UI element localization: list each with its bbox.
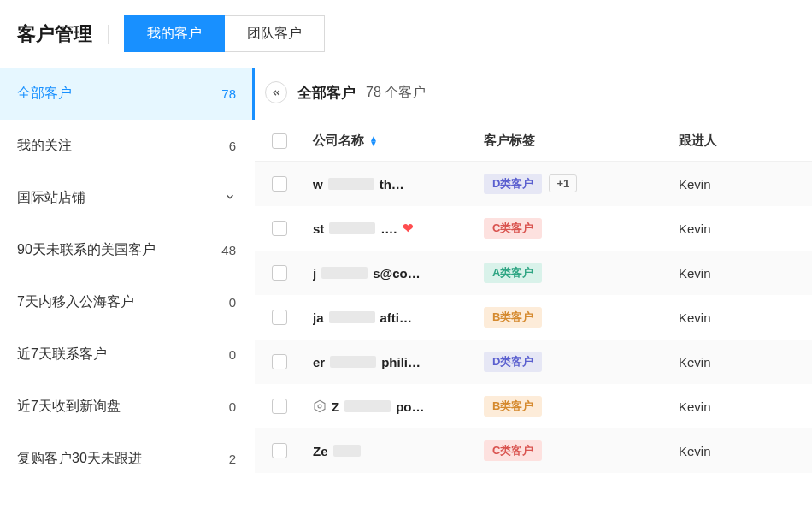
sidebar-item-count: 78	[221, 86, 236, 101]
row-checkbox[interactable]	[272, 221, 287, 236]
redacted-text	[344, 400, 391, 412]
content-count: 78 个客户	[366, 84, 426, 102]
sidebar-item-us-90d[interactable]: 90天未联系的美国客户 48	[0, 224, 255, 276]
row-checkbox[interactable]	[272, 354, 287, 369]
redacted-text	[328, 178, 374, 190]
svg-point-1	[318, 405, 321, 408]
sidebar-item-label: 我的关注	[17, 137, 72, 155]
redacted-text	[329, 222, 375, 234]
tag-cell: D类客户+1	[484, 174, 679, 194]
content-header: 全部客户 78 个客户	[255, 71, 812, 121]
column-header-tag[interactable]: 客户标签	[484, 133, 679, 149]
company-name-cell[interactable]: st….❤	[313, 221, 484, 236]
company-name-cell[interactable]: jaafti…	[313, 310, 484, 325]
customer-tag-badge[interactable]: B类客户	[484, 307, 542, 328]
sidebar-item-contacted-7d[interactable]: 近7天联系客户 0	[0, 328, 255, 381]
redacted-text	[330, 356, 376, 368]
row-checkbox[interactable]	[272, 443, 287, 458]
customer-tag-badge[interactable]: C类客户	[484, 218, 542, 239]
page-title: 客户管理	[17, 21, 92, 47]
sidebar-item-label: 国际站店铺	[17, 189, 85, 207]
chevron-down-icon	[224, 191, 236, 206]
follow-cell: Kevin	[679, 444, 795, 458]
row-checkbox[interactable]	[272, 265, 287, 281]
sidebar: 全部客户 78 我的关注 6 国际站店铺 90天未联系的美国客户 48 7天内移…	[0, 68, 255, 485]
sidebar-item-count: 6	[229, 139, 236, 153]
table-row[interactable]: Zpo…B类客户Kevin	[255, 384, 812, 428]
tag-cell: D类客户	[484, 352, 679, 372]
customer-tag-badge[interactable]: D类客户	[484, 174, 542, 194]
sidebar-item-count: 0	[229, 399, 236, 414]
divider	[108, 25, 109, 44]
sidebar-item-label: 全部客户	[17, 85, 72, 103]
sidebar-item-followed[interactable]: 我的关注 6	[0, 120, 255, 172]
company-name-cell[interactable]: js@co…	[313, 266, 484, 281]
tab-team-customers[interactable]: 团队客户	[225, 15, 325, 52]
table-row[interactable]: jaafti…B类客户Kevin	[255, 295, 812, 340]
row-checkbox[interactable]	[272, 310, 287, 325]
company-name-cell[interactable]: erphili…	[313, 355, 484, 369]
customer-tag-badge[interactable]: C类客户	[484, 440, 542, 461]
customer-tag-badge[interactable]: B类客户	[484, 396, 542, 417]
tag-cell: A类客户	[484, 263, 679, 283]
heart-icon: ❤	[403, 221, 414, 236]
company-name-cell[interactable]: Ze	[313, 444, 484, 458]
tag-cell: B类客户	[484, 307, 679, 328]
column-header-company[interactable]: 公司名称 ▲▼	[313, 133, 484, 149]
sidebar-item-count: 0	[229, 347, 236, 362]
content-title: 全部客户	[297, 83, 356, 103]
more-tags-badge[interactable]: +1	[549, 174, 577, 192]
follow-cell: Kevin	[679, 355, 795, 369]
tag-cell: C类客户	[484, 440, 679, 461]
customer-tag-badge[interactable]: A类客户	[484, 263, 542, 283]
redacted-text	[321, 267, 368, 279]
company-name-cell[interactable]: Zpo…	[313, 399, 484, 414]
sidebar-item-public-7d[interactable]: 7天内移入公海客户 0	[0, 276, 255, 328]
table-header: 公司名称 ▲▼ 客户标签 跟进人	[255, 121, 812, 162]
tabs: 我的客户 团队客户	[124, 15, 325, 52]
sidebar-item-intl-store[interactable]: 国际站店铺	[0, 172, 255, 224]
sidebar-item-all[interactable]: 全部客户 78	[0, 68, 255, 120]
sidebar-item-count: 2	[229, 452, 236, 466]
tag-cell: C类客户	[484, 218, 679, 239]
follow-cell: Kevin	[679, 177, 795, 192]
table-row[interactable]: st….❤C类客户Kevin	[255, 206, 812, 251]
sidebar-item-label: 7天内移入公海客户	[17, 293, 134, 311]
company-name-cell[interactable]: wth…	[313, 177, 484, 192]
company-icon	[313, 399, 327, 413]
sidebar-item-inquiry-7d[interactable]: 近7天收到新询盘 0	[0, 381, 255, 433]
follow-cell: Kevin	[679, 310, 795, 325]
row-checkbox[interactable]	[272, 399, 287, 414]
sidebar-item-label: 90天未联系的美国客户	[17, 241, 156, 259]
sidebar-item-label: 近7天收到新询盘	[17, 398, 121, 416]
table-row[interactable]: erphili…D类客户Kevin	[255, 340, 812, 384]
follow-cell: Kevin	[679, 266, 795, 281]
table-row[interactable]: ZeC类客户Kevin	[255, 428, 812, 473]
table-row[interactable]: wth…D类客户+1Kevin	[255, 162, 812, 206]
tag-cell: B类客户	[484, 396, 679, 417]
main: 全部客户 78 个客户 公司名称 ▲▼ 客户标签 跟进人 wth…D类客户+1K…	[255, 68, 812, 485]
sidebar-item-label: 近7天联系客户	[17, 346, 107, 363]
redacted-text	[329, 311, 375, 323]
select-all-checkbox[interactable]	[272, 133, 287, 149]
sidebar-item-repurchase-30d[interactable]: 复购客户30天未跟进 2	[0, 433, 255, 485]
row-checkbox[interactable]	[272, 176, 287, 192]
sidebar-item-count: 48	[221, 243, 236, 257]
redacted-text	[333, 445, 361, 457]
tab-my-customers[interactable]: 我的客户	[124, 15, 225, 52]
follow-cell: Kevin	[679, 399, 795, 414]
header: 客户管理 我的客户 团队客户	[0, 0, 812, 68]
svg-marker-0	[315, 400, 325, 411]
column-header-follow[interactable]: 跟进人	[679, 133, 795, 149]
table-row[interactable]: js@co…A类客户Kevin	[255, 251, 812, 295]
customer-tag-badge[interactable]: D类客户	[484, 352, 542, 372]
follow-cell: Kevin	[679, 222, 795, 236]
sidebar-item-label: 复购客户30天未跟进	[17, 450, 142, 468]
sidebar-item-count: 0	[229, 295, 236, 310]
collapse-sidebar-button[interactable]	[265, 81, 287, 103]
sort-icon: ▲▼	[369, 136, 378, 146]
customers-table: 公司名称 ▲▼ 客户标签 跟进人 wth…D类客户+1Kevinst….❤C类客…	[255, 121, 812, 473]
